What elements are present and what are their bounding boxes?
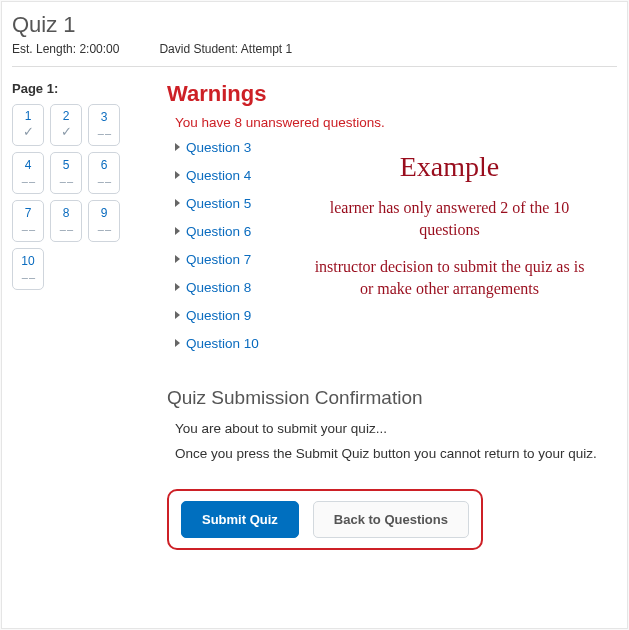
action-button-highlight-box: Submit Quiz Back to Questions [167, 489, 483, 550]
confirmation-heading: Quiz Submission Confirmation [167, 387, 617, 409]
caret-right-icon [175, 199, 180, 207]
quiz-title: Quiz 1 [12, 12, 617, 38]
unanswered-question-link[interactable]: Question 8 [175, 280, 617, 295]
question-link-label: Question 7 [186, 252, 251, 267]
question-grid: 1✓2✓3– –4– –5– –6– –7– –8– –9– –10– – [12, 104, 147, 290]
question-link-label: Question 4 [186, 168, 251, 183]
unanswered-dash-icon: – – [98, 127, 110, 139]
back-to-questions-button[interactable]: Back to Questions [313, 501, 469, 538]
question-cell-number: 4 [25, 159, 32, 172]
question-cell-1[interactable]: 1✓ [12, 104, 44, 146]
question-cell-3[interactable]: 3– – [88, 104, 120, 146]
question-cell-2[interactable]: 2✓ [50, 104, 82, 146]
unanswered-dash-icon: – – [98, 175, 110, 187]
unanswered-dash-icon: – – [60, 175, 72, 187]
confirmation-line-1: You are about to submit your quiz... [175, 421, 617, 436]
main-layout: Page 1: 1✓2✓3– –4– –5– –6– –7– –8– –9– –… [12, 81, 617, 550]
question-link-label: Question 10 [186, 336, 259, 351]
question-cell-number: 10 [21, 255, 34, 268]
caret-right-icon [175, 143, 180, 151]
page-label: Page 1: [12, 81, 147, 96]
question-cell-number: 1 [25, 110, 32, 123]
caret-right-icon [175, 339, 180, 347]
question-cell-5[interactable]: 5– – [50, 152, 82, 194]
warnings-heading: Warnings [167, 81, 617, 107]
attempt-info: David Student: Attempt 1 [159, 42, 292, 56]
answered-check-icon: ✓ [23, 125, 34, 139]
unanswered-question-link[interactable]: Question 7 [175, 252, 617, 267]
confirmation-line-2: Once you press the Submit Quiz button yo… [175, 446, 617, 461]
unanswered-question-link[interactable]: Question 10 [175, 336, 617, 351]
caret-right-icon [175, 283, 180, 291]
unanswered-dash-icon: – – [22, 175, 34, 187]
question-cell-number: 9 [101, 207, 108, 220]
caret-right-icon [175, 255, 180, 263]
question-cell-6[interactable]: 6– – [88, 152, 120, 194]
question-cell-7[interactable]: 7– – [12, 200, 44, 242]
question-cell-4[interactable]: 4– – [12, 152, 44, 194]
question-link-label: Question 6 [186, 224, 251, 239]
question-cell-number: 3 [101, 111, 108, 124]
unanswered-dash-icon: – – [22, 271, 34, 283]
question-link-label: Question 5 [186, 196, 251, 211]
question-cell-9[interactable]: 9– – [88, 200, 120, 242]
divider [12, 66, 617, 67]
answered-check-icon: ✓ [61, 125, 72, 139]
question-cell-10[interactable]: 10– – [12, 248, 44, 290]
unanswered-message: You have 8 unanswered questions. [175, 115, 617, 130]
unanswered-question-link[interactable]: Question 5 [175, 196, 617, 211]
caret-right-icon [175, 171, 180, 179]
question-cell-number: 2 [63, 110, 70, 123]
quiz-meta: Est. Length: 2:00:00 David Student: Atte… [12, 42, 617, 56]
question-link-label: Question 3 [186, 140, 251, 155]
caret-right-icon [175, 227, 180, 235]
quiz-submission-page: Quiz 1 Est. Length: 2:00:00 David Studen… [1, 1, 628, 629]
unanswered-dash-icon: – – [22, 223, 34, 235]
submit-quiz-button[interactable]: Submit Quiz [181, 501, 299, 538]
content-column: Warnings You have 8 unanswered questions… [167, 81, 617, 550]
est-length: Est. Length: 2:00:00 [12, 42, 119, 56]
unanswered-dash-icon: – – [98, 223, 110, 235]
unanswered-question-link[interactable]: Question 3 [175, 140, 617, 155]
question-link-label: Question 8 [186, 280, 251, 295]
unanswered-question-link[interactable]: Question 4 [175, 168, 617, 183]
question-cell-8[interactable]: 8– – [50, 200, 82, 242]
question-cell-number: 6 [101, 159, 108, 172]
confirmation-body: You are about to submit your quiz... Onc… [167, 421, 617, 461]
question-cell-number: 5 [63, 159, 70, 172]
unanswered-question-list: Question 3Question 4Question 5Question 6… [175, 140, 617, 351]
unanswered-question-link[interactable]: Question 6 [175, 224, 617, 239]
warnings-body: You have 8 unanswered questions. Questio… [167, 115, 617, 351]
question-cell-number: 7 [25, 207, 32, 220]
question-link-label: Question 9 [186, 308, 251, 323]
caret-right-icon [175, 311, 180, 319]
unanswered-dash-icon: – – [60, 223, 72, 235]
unanswered-question-link[interactable]: Question 9 [175, 308, 617, 323]
question-cell-number: 8 [63, 207, 70, 220]
question-navigator: Page 1: 1✓2✓3– –4– –5– –6– –7– –8– –9– –… [12, 81, 147, 550]
